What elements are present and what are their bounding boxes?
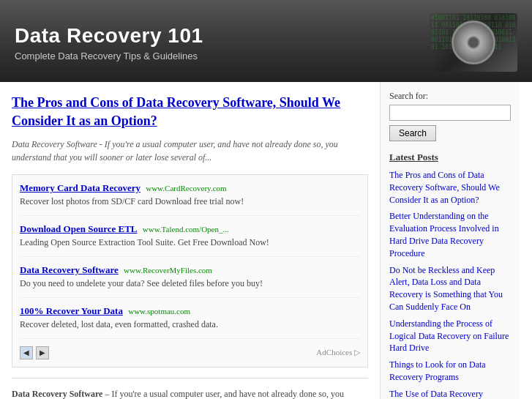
sidebar-post-5[interactable]: The Use of Data Recovery Software and Ho… xyxy=(389,388,511,399)
sidebar-post-1[interactable]: Better Understanding on the Evaluation P… xyxy=(389,210,511,259)
ad-item-3: Data Recovery Software www.RecoverMyFile… xyxy=(20,264,360,298)
latest-posts-label: Latest Posts xyxy=(389,152,511,163)
ad-desc-1: Recover lost photos from SD/CF card Down… xyxy=(20,195,360,208)
header: Data Recovery 101 Complete Data Recovery… xyxy=(0,0,532,82)
header-text: Data Recovery 101 Complete Data Recovery… xyxy=(15,24,203,61)
ad-url-4: www.spotmau.com xyxy=(128,307,190,316)
ad-title-1[interactable]: Memory Card Data Recovery xyxy=(20,182,141,193)
ads-section: Memory Card Data Recovery www.CardRecove… xyxy=(12,174,368,367)
article-body-strong: Data Recovery Software xyxy=(12,389,102,399)
article-title[interactable]: The Pros and Cons of Data Recovery Softw… xyxy=(12,94,368,130)
layout: The Pros and Cons of Data Recovery Softw… xyxy=(0,82,532,399)
ad-title-2[interactable]: Download Open Source ETL xyxy=(20,223,138,234)
ad-item-4: 100% Recover Your Data www.spotmau.com R… xyxy=(20,305,360,339)
search-button[interactable]: Search xyxy=(389,125,436,141)
ad-desc-3: Do you need to undelete your data? See d… xyxy=(20,277,360,290)
main-content: The Pros and Cons of Data Recovery Softw… xyxy=(0,82,381,399)
ad-title-4[interactable]: 100% Recover Your Data xyxy=(20,305,123,316)
ad-item-2: Download Open Source ETL www.Talend.com/… xyxy=(20,223,360,257)
article-body: Data Recovery Software – If you're a usu… xyxy=(12,387,368,399)
search-label: Search for: xyxy=(389,91,511,102)
ad-choices-label: AdChoices ▷ xyxy=(316,348,360,357)
site-title: Data Recovery 101 xyxy=(15,24,203,48)
header-image: 01001101 10110100 01010011 00110100 1101… xyxy=(430,13,517,72)
article-excerpt: Data Recovery Software - If you're a usu… xyxy=(12,138,368,164)
ad-url-2: www.Talend.com/Open_... xyxy=(143,225,229,234)
ad-desc-2: Leading Open Source Extraction Tool Suit… xyxy=(20,236,360,249)
ad-url-3: www.RecoverMyFiles.com xyxy=(124,266,212,275)
ads-nav: ◀ ▶ AdChoices ▷ xyxy=(20,346,360,359)
ad-title-3[interactable]: Data Recovery Software xyxy=(20,264,119,275)
ad-item-1: Memory Card Data Recovery www.CardRecove… xyxy=(20,182,360,216)
ads-prev-button[interactable]: ◀ xyxy=(20,346,33,359)
sidebar: Search for: Search Latest Posts The Pros… xyxy=(381,82,520,399)
search-input[interactable] xyxy=(389,105,511,121)
site-subtitle: Complete Data Recovery Tips & Guidelines xyxy=(15,51,203,61)
ad-desc-4: Recover deleted, lost data, even formatt… xyxy=(20,318,360,331)
ads-next-button[interactable]: ▶ xyxy=(36,346,49,359)
ad-url-1: www.CardRecovery.com xyxy=(146,184,226,193)
hdd-icon xyxy=(452,20,495,64)
sidebar-post-4[interactable]: Things to Look for on Data Recovery Prog… xyxy=(389,359,511,384)
sidebar-post-3[interactable]: Understanding the Process of Logical Dat… xyxy=(389,318,511,354)
sidebar-post-0[interactable]: The Pros and Cons of Data Recovery Softw… xyxy=(389,169,511,206)
divider xyxy=(12,378,368,379)
sidebar-post-2[interactable]: Do Not be Reckless and Keep Alert, Data … xyxy=(389,264,511,313)
